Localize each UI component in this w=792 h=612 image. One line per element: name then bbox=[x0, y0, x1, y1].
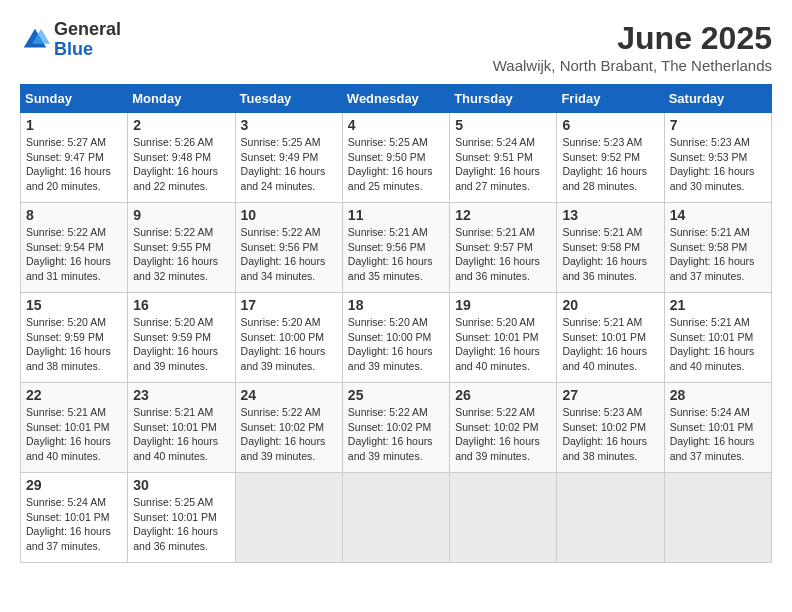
calendar-cell: 8Sunrise: 5:22 AMSunset: 9:54 PMDaylight… bbox=[21, 203, 128, 293]
calendar-cell: 12Sunrise: 5:21 AMSunset: 9:57 PMDayligh… bbox=[450, 203, 557, 293]
calendar-cell: 15Sunrise: 5:20 AMSunset: 9:59 PMDayligh… bbox=[21, 293, 128, 383]
calendar-cell: 16Sunrise: 5:20 AMSunset: 9:59 PMDayligh… bbox=[128, 293, 235, 383]
logo-general-text: General bbox=[54, 19, 121, 39]
location-subtitle: Waalwijk, North Brabant, The Netherlands bbox=[493, 57, 772, 74]
day-info: Sunrise: 5:24 AMSunset: 10:01 PMDaylight… bbox=[26, 495, 122, 554]
day-number: 5 bbox=[455, 117, 551, 133]
calendar-week-row: 8Sunrise: 5:22 AMSunset: 9:54 PMDaylight… bbox=[21, 203, 772, 293]
calendar-cell bbox=[235, 473, 342, 563]
calendar-table: SundayMondayTuesdayWednesdayThursdayFrid… bbox=[20, 84, 772, 563]
day-info: Sunrise: 5:24 AMSunset: 10:01 PMDaylight… bbox=[670, 405, 766, 464]
day-number: 29 bbox=[26, 477, 122, 493]
day-number: 27 bbox=[562, 387, 658, 403]
day-info: Sunrise: 5:20 AMSunset: 10:01 PMDaylight… bbox=[455, 315, 551, 374]
calendar-cell bbox=[342, 473, 449, 563]
day-number: 4 bbox=[348, 117, 444, 133]
calendar-cell bbox=[664, 473, 771, 563]
calendar-cell: 1Sunrise: 5:27 AMSunset: 9:47 PMDaylight… bbox=[21, 113, 128, 203]
day-number: 16 bbox=[133, 297, 229, 313]
calendar-cell: 14Sunrise: 5:21 AMSunset: 9:58 PMDayligh… bbox=[664, 203, 771, 293]
calendar-cell bbox=[557, 473, 664, 563]
logo: General Blue bbox=[20, 20, 121, 60]
calendar-cell: 3Sunrise: 5:25 AMSunset: 9:49 PMDaylight… bbox=[235, 113, 342, 203]
day-number: 18 bbox=[348, 297, 444, 313]
day-number: 21 bbox=[670, 297, 766, 313]
calendar-cell: 24Sunrise: 5:22 AMSunset: 10:02 PMDaylig… bbox=[235, 383, 342, 473]
page-header: General Blue June 2025 Waalwijk, North B… bbox=[20, 20, 772, 74]
calendar-cell: 13Sunrise: 5:21 AMSunset: 9:58 PMDayligh… bbox=[557, 203, 664, 293]
calendar-cell: 9Sunrise: 5:22 AMSunset: 9:55 PMDaylight… bbox=[128, 203, 235, 293]
calendar-cell: 28Sunrise: 5:24 AMSunset: 10:01 PMDaylig… bbox=[664, 383, 771, 473]
day-info: Sunrise: 5:23 AMSunset: 10:02 PMDaylight… bbox=[562, 405, 658, 464]
calendar-cell: 11Sunrise: 5:21 AMSunset: 9:56 PMDayligh… bbox=[342, 203, 449, 293]
day-info: Sunrise: 5:25 AMSunset: 10:01 PMDaylight… bbox=[133, 495, 229, 554]
weekday-header-sunday: Sunday bbox=[21, 85, 128, 113]
day-number: 22 bbox=[26, 387, 122, 403]
day-info: Sunrise: 5:21 AMSunset: 10:01 PMDaylight… bbox=[670, 315, 766, 374]
day-info: Sunrise: 5:21 AMSunset: 10:01 PMDaylight… bbox=[562, 315, 658, 374]
calendar-cell: 18Sunrise: 5:20 AMSunset: 10:00 PMDaylig… bbox=[342, 293, 449, 383]
day-number: 12 bbox=[455, 207, 551, 223]
calendar-cell: 25Sunrise: 5:22 AMSunset: 10:02 PMDaylig… bbox=[342, 383, 449, 473]
logo-blue-text: Blue bbox=[54, 39, 93, 59]
day-info: Sunrise: 5:21 AMSunset: 9:58 PMDaylight:… bbox=[562, 225, 658, 284]
calendar-cell: 30Sunrise: 5:25 AMSunset: 10:01 PMDaylig… bbox=[128, 473, 235, 563]
calendar-week-row: 22Sunrise: 5:21 AMSunset: 10:01 PMDaylig… bbox=[21, 383, 772, 473]
day-info: Sunrise: 5:21 AMSunset: 9:57 PMDaylight:… bbox=[455, 225, 551, 284]
calendar-cell: 5Sunrise: 5:24 AMSunset: 9:51 PMDaylight… bbox=[450, 113, 557, 203]
calendar-cell: 17Sunrise: 5:20 AMSunset: 10:00 PMDaylig… bbox=[235, 293, 342, 383]
day-info: Sunrise: 5:25 AMSunset: 9:49 PMDaylight:… bbox=[241, 135, 337, 194]
calendar-cell: 23Sunrise: 5:21 AMSunset: 10:01 PMDaylig… bbox=[128, 383, 235, 473]
day-info: Sunrise: 5:21 AMSunset: 9:58 PMDaylight:… bbox=[670, 225, 766, 284]
calendar-cell: 4Sunrise: 5:25 AMSunset: 9:50 PMDaylight… bbox=[342, 113, 449, 203]
day-info: Sunrise: 5:20 AMSunset: 9:59 PMDaylight:… bbox=[26, 315, 122, 374]
day-number: 1 bbox=[26, 117, 122, 133]
day-info: Sunrise: 5:22 AMSunset: 9:54 PMDaylight:… bbox=[26, 225, 122, 284]
day-info: Sunrise: 5:22 AMSunset: 10:02 PMDaylight… bbox=[455, 405, 551, 464]
calendar-week-row: 1Sunrise: 5:27 AMSunset: 9:47 PMDaylight… bbox=[21, 113, 772, 203]
calendar-cell: 21Sunrise: 5:21 AMSunset: 10:01 PMDaylig… bbox=[664, 293, 771, 383]
day-info: Sunrise: 5:22 AMSunset: 9:55 PMDaylight:… bbox=[133, 225, 229, 284]
calendar-week-row: 29Sunrise: 5:24 AMSunset: 10:01 PMDaylig… bbox=[21, 473, 772, 563]
day-info: Sunrise: 5:23 AMSunset: 9:53 PMDaylight:… bbox=[670, 135, 766, 194]
day-info: Sunrise: 5:20 AMSunset: 10:00 PMDaylight… bbox=[241, 315, 337, 374]
day-number: 30 bbox=[133, 477, 229, 493]
day-info: Sunrise: 5:23 AMSunset: 9:52 PMDaylight:… bbox=[562, 135, 658, 194]
day-number: 17 bbox=[241, 297, 337, 313]
day-number: 26 bbox=[455, 387, 551, 403]
calendar-cell: 10Sunrise: 5:22 AMSunset: 9:56 PMDayligh… bbox=[235, 203, 342, 293]
month-title: June 2025 bbox=[493, 20, 772, 57]
weekday-header-saturday: Saturday bbox=[664, 85, 771, 113]
day-info: Sunrise: 5:22 AMSunset: 9:56 PMDaylight:… bbox=[241, 225, 337, 284]
calendar-cell: 27Sunrise: 5:23 AMSunset: 10:02 PMDaylig… bbox=[557, 383, 664, 473]
day-number: 8 bbox=[26, 207, 122, 223]
calendar-cell bbox=[450, 473, 557, 563]
day-number: 9 bbox=[133, 207, 229, 223]
calendar-cell: 2Sunrise: 5:26 AMSunset: 9:48 PMDaylight… bbox=[128, 113, 235, 203]
day-number: 13 bbox=[562, 207, 658, 223]
day-number: 10 bbox=[241, 207, 337, 223]
day-info: Sunrise: 5:20 AMSunset: 9:59 PMDaylight:… bbox=[133, 315, 229, 374]
day-number: 24 bbox=[241, 387, 337, 403]
day-number: 11 bbox=[348, 207, 444, 223]
day-info: Sunrise: 5:26 AMSunset: 9:48 PMDaylight:… bbox=[133, 135, 229, 194]
calendar-week-row: 15Sunrise: 5:20 AMSunset: 9:59 PMDayligh… bbox=[21, 293, 772, 383]
day-number: 20 bbox=[562, 297, 658, 313]
weekday-header-wednesday: Wednesday bbox=[342, 85, 449, 113]
calendar-cell: 26Sunrise: 5:22 AMSunset: 10:02 PMDaylig… bbox=[450, 383, 557, 473]
calendar-cell: 6Sunrise: 5:23 AMSunset: 9:52 PMDaylight… bbox=[557, 113, 664, 203]
day-number: 14 bbox=[670, 207, 766, 223]
day-info: Sunrise: 5:21 AMSunset: 9:56 PMDaylight:… bbox=[348, 225, 444, 284]
calendar-cell: 19Sunrise: 5:20 AMSunset: 10:01 PMDaylig… bbox=[450, 293, 557, 383]
day-info: Sunrise: 5:22 AMSunset: 10:02 PMDaylight… bbox=[348, 405, 444, 464]
title-area: June 2025 Waalwijk, North Brabant, The N… bbox=[493, 20, 772, 74]
day-number: 23 bbox=[133, 387, 229, 403]
day-number: 15 bbox=[26, 297, 122, 313]
calendar-cell: 29Sunrise: 5:24 AMSunset: 10:01 PMDaylig… bbox=[21, 473, 128, 563]
weekday-header-thursday: Thursday bbox=[450, 85, 557, 113]
calendar-cell: 22Sunrise: 5:21 AMSunset: 10:01 PMDaylig… bbox=[21, 383, 128, 473]
weekday-header-row: SundayMondayTuesdayWednesdayThursdayFrid… bbox=[21, 85, 772, 113]
day-info: Sunrise: 5:22 AMSunset: 10:02 PMDaylight… bbox=[241, 405, 337, 464]
logo-icon bbox=[20, 25, 50, 55]
weekday-header-friday: Friday bbox=[557, 85, 664, 113]
